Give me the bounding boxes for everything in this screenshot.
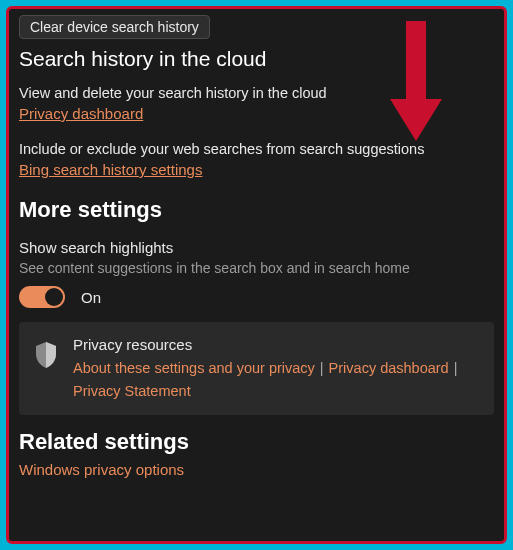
privacy-resources-content: Privacy resources About these settings a… bbox=[73, 336, 462, 403]
annotation-arrow-icon bbox=[384, 21, 448, 141]
show-highlights-label: Show search highlights bbox=[19, 239, 494, 256]
include-exclude-description: Include or exclude your web searches fro… bbox=[19, 141, 494, 157]
separator: | bbox=[449, 360, 463, 376]
privacy-statement-link[interactable]: Privacy Statement bbox=[73, 383, 191, 399]
more-settings-heading: More settings bbox=[19, 197, 494, 223]
separator: | bbox=[315, 360, 329, 376]
privacy-resources-title: Privacy resources bbox=[73, 336, 462, 353]
related-settings-heading: Related settings bbox=[19, 429, 494, 455]
windows-privacy-options-link[interactable]: Windows privacy options bbox=[19, 461, 184, 478]
privacy-resources-links: About these settings and your privacy|Pr… bbox=[73, 357, 462, 403]
toggle-state-label: On bbox=[81, 289, 101, 306]
clear-device-history-button[interactable]: Clear device search history bbox=[19, 15, 210, 39]
privacy-dashboard-link[interactable]: Privacy dashboard bbox=[19, 105, 143, 122]
svg-marker-1 bbox=[390, 99, 442, 141]
privacy-resources-card: Privacy resources About these settings a… bbox=[19, 322, 494, 415]
highlights-toggle[interactable] bbox=[19, 286, 65, 308]
settings-panel: Clear device search history Search histo… bbox=[6, 6, 507, 544]
privacy-dashboard-card-link[interactable]: Privacy dashboard bbox=[329, 360, 449, 376]
toggle-knob bbox=[45, 288, 63, 306]
about-settings-privacy-link[interactable]: About these settings and your privacy bbox=[73, 360, 315, 376]
cloud-history-description: View and delete your search history in t… bbox=[19, 85, 494, 101]
shield-icon bbox=[35, 342, 57, 368]
show-highlights-sublabel: See content suggestions in the search bo… bbox=[19, 260, 494, 276]
cloud-history-heading: Search history in the cloud bbox=[19, 47, 494, 71]
highlights-toggle-row: On bbox=[19, 286, 494, 308]
bing-history-settings-link[interactable]: Bing search history settings bbox=[19, 161, 202, 178]
